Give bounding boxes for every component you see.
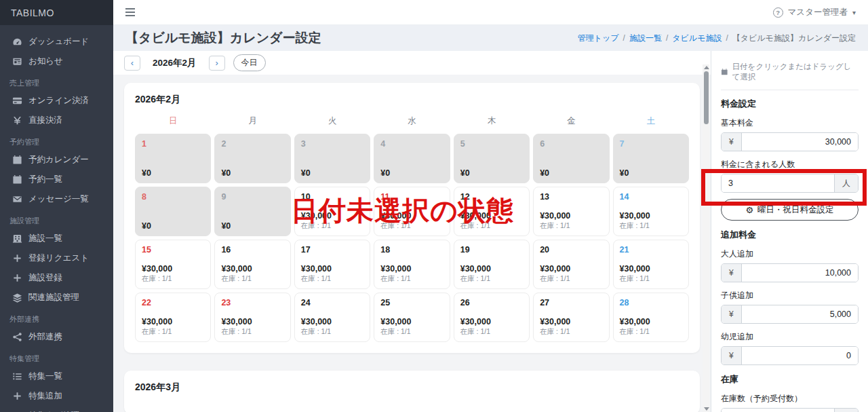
calendar-day-cell[interactable]: 21¥30,000在庫 : 1/1 (613, 240, 689, 289)
hotel-icon (12, 233, 22, 244)
calendar-day-cell[interactable]: 8¥0 (135, 187, 211, 236)
sidebar-item[interactable]: 特集一覧 (0, 367, 113, 386)
calendar-day-cell[interactable]: 1¥0 (135, 134, 211, 183)
scroll-up-arrow-icon[interactable] (704, 66, 709, 69)
calendar-day-cell[interactable]: 24¥30,000在庫 : 1/1 (294, 293, 370, 342)
infant-extra-input[interactable] (742, 347, 858, 364)
next-month-button[interactable]: › (209, 56, 225, 71)
calendar-day-cell[interactable]: 20¥30,000在庫 : 1/1 (533, 240, 609, 289)
day-stock: 在庫 : 1/1 (540, 221, 602, 231)
scrollbar-thumb[interactable] (704, 71, 709, 124)
day-number: 20 (540, 245, 602, 255)
divider (721, 90, 859, 90)
calendar-day-cell[interactable]: 27¥30,000在庫 : 1/1 (533, 293, 609, 342)
sidebar-item[interactable]: メッセージ一覧 (0, 189, 113, 209)
calendar-day-cell[interactable]: 25¥30,000在庫 : 1/1 (374, 293, 450, 342)
sidebar-item[interactable]: 外部連携 (0, 327, 113, 347)
day-price: ¥0 (142, 168, 204, 178)
calendar-day-cell[interactable]: 5¥0 (454, 134, 530, 183)
sidebar-item-label: メッセージ一覧 (28, 193, 89, 205)
breadcrumb-link[interactable]: 施設一覧 (629, 33, 662, 44)
calendar-scroll-region: 2026年2月 日月火水木金土 1¥02¥03¥04¥05¥06¥07¥08¥0… (113, 75, 701, 412)
sidebar-item[interactable]: 特集追加 (0, 386, 113, 406)
day-number: 28 (620, 298, 682, 307)
stock-count-input[interactable] (722, 409, 834, 412)
calendar-card-march: 2026年3月 (124, 371, 700, 412)
weekday-header: 日 (135, 113, 211, 130)
month-card-title: 2026年2月 (135, 94, 689, 106)
calendar-day-cell[interactable]: 15¥30,000在庫 : 1/1 (135, 240, 211, 289)
breadcrumb-separator: / (662, 33, 672, 43)
annotation-highlight-rect (701, 169, 867, 206)
sidebar-item[interactable]: お知らせ (0, 52, 113, 71)
sidebar-item[interactable]: 施設登録 (0, 268, 113, 288)
child-extra-input[interactable] (742, 305, 858, 323)
calendar-day-cell[interactable]: 23¥30,000在庫 : 1/1 (214, 293, 290, 342)
calendar-day-cell[interactable]: 19¥30,000在庫 : 1/1 (454, 240, 530, 289)
vertical-scrollbar[interactable] (703, 64, 709, 412)
day-number: 27 (540, 298, 602, 307)
calendar-day-cell[interactable]: 14¥30,000在庫 : 1/1 (613, 187, 689, 236)
calendar-day-cell[interactable]: 9¥0 (214, 187, 290, 236)
calendar-icon (12, 174, 22, 185)
dashboard-icon (12, 37, 22, 47)
today-button[interactable]: 今日 (233, 54, 266, 71)
day-stock: 在庫 : 1/1 (142, 327, 204, 337)
sidebar-item[interactable]: ダッシュボード (0, 32, 113, 52)
day-number: 16 (221, 245, 283, 255)
sidebar-item[interactable]: 特集タグ管理 (0, 406, 113, 412)
day-stock: 在庫 : 1/1 (620, 327, 682, 337)
scroll-down-arrow-icon[interactable] (704, 407, 709, 411)
sidebar-section-label: 売上管理 (0, 71, 113, 91)
sidebar: TABILMO ダッシュボードお知らせ売上管理オンライン決済直接決済予約管理予約… (0, 0, 113, 412)
sidebar-item[interactable]: 予約一覧 (0, 170, 113, 189)
sidebar-item[interactable]: オンライン決済 (0, 91, 113, 111)
base-price-input[interactable] (742, 133, 858, 151)
calendar-day-cell[interactable]: 16¥30,000在庫 : 1/1 (214, 240, 290, 289)
calendar-day-cell[interactable]: 17¥30,000在庫 : 1/1 (294, 240, 370, 289)
day-price: ¥30,000 (301, 317, 363, 326)
sidebar-section-label: 予約管理 (0, 130, 113, 150)
weekday-header: 木 (454, 113, 530, 130)
calendar-day-cell[interactable]: 4¥0 (374, 134, 450, 183)
breadcrumb-separator: / (722, 33, 732, 43)
day-price: ¥0 (540, 168, 602, 178)
sidebar-item[interactable]: 施設一覧 (0, 229, 113, 248)
calendar-day-cell[interactable]: 6¥0 (533, 134, 609, 183)
sidebar-item[interactable]: 予約カレンダー (0, 150, 113, 170)
breadcrumb-link[interactable]: 管理トップ (578, 33, 619, 44)
user-menu-label: マスター管理者 (788, 7, 848, 18)
calendar-day-cell[interactable]: 3¥0 (294, 134, 370, 183)
calendar-day-cell[interactable]: 28¥30,000在庫 : 1/1 (613, 293, 689, 342)
adult-extra-input[interactable] (742, 264, 858, 282)
calendar-day-cell[interactable]: 13¥30,000在庫 : 1/1 (533, 187, 609, 236)
prev-month-button[interactable]: ‹ (124, 56, 140, 71)
menu-toggle-icon[interactable] (125, 8, 135, 16)
plus-icon (12, 273, 22, 283)
day-stock: 在庫 : 1/1 (221, 327, 283, 337)
day-number: 17 (301, 245, 363, 255)
breadcrumb-link[interactable]: タビルモ施設 (672, 33, 722, 44)
sidebar-item[interactable]: 関連施設管理 (0, 288, 113, 307)
help-icon[interactable]: ? (773, 7, 783, 18)
calendar-day-cell[interactable]: 18¥30,000在庫 : 1/1 (374, 240, 450, 289)
layers-icon (12, 293, 22, 303)
calendar-day-cell[interactable]: 22¥30,000在庫 : 1/1 (135, 293, 211, 342)
day-price: ¥30,000 (221, 264, 283, 274)
sidebar-item[interactable]: 直接決済 (0, 111, 113, 130)
day-price: ¥30,000 (221, 317, 283, 326)
sidebar-section-label: 外部連携 (0, 307, 113, 327)
sidebar-item[interactable]: 登録リクエスト (0, 248, 113, 268)
calendar-day-cell[interactable]: 2¥0 (214, 134, 290, 183)
day-stock: 在庫 : 1/1 (460, 274, 523, 284)
weekday-header: 火 (294, 113, 370, 130)
calendar-day-cell[interactable]: 7¥0 (613, 134, 689, 183)
day-number: 25 (380, 298, 443, 307)
calendar-day-cell[interactable]: 26¥30,000在庫 : 1/1 (454, 293, 530, 342)
day-price: ¥30,000 (460, 264, 523, 274)
day-price: ¥30,000 (380, 317, 443, 326)
list-icon (12, 371, 22, 381)
day-price: ¥0 (380, 168, 443, 178)
user-menu[interactable]: ? マスター管理者 ▾ (773, 7, 856, 18)
content-row: ‹ 2026年2月 › 今日 2026年2月 日月火水木金土 1¥02¥03¥0… (113, 51, 868, 412)
